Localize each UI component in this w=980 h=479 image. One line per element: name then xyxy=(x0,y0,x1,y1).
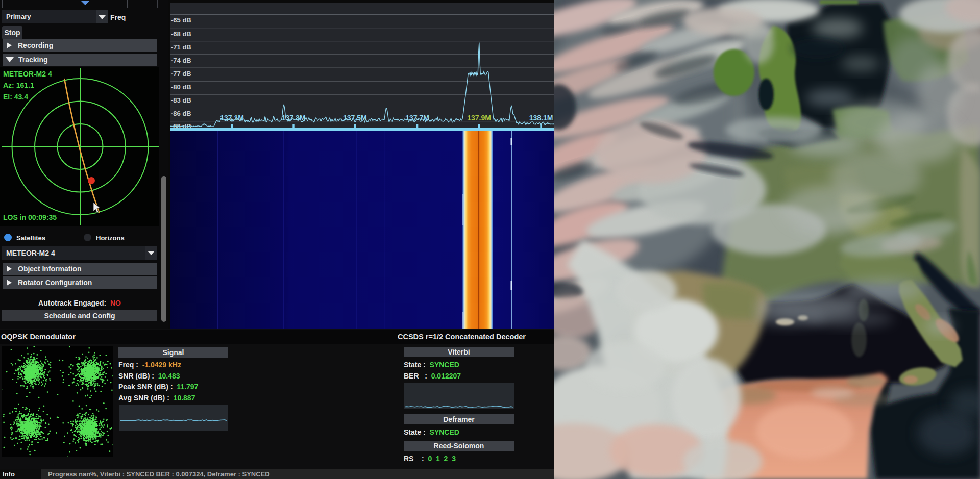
svg-text:LOS in 00:09:35: LOS in 00:09:35 xyxy=(3,213,57,221)
svg-text:-80 dB: -80 dB xyxy=(171,83,191,91)
svg-text:El: 43.4: El: 43.4 xyxy=(3,93,28,101)
svg-text:137.9M: 137.9M xyxy=(467,114,491,122)
svg-text:-68 dB: -68 dB xyxy=(171,30,191,38)
svg-text:-83 dB: -83 dB xyxy=(171,96,191,104)
svg-text:-74 dB: -74 dB xyxy=(171,57,191,64)
svg-text:-77 dB: -77 dB xyxy=(171,70,191,78)
svg-text:-65 dB: -65 dB xyxy=(171,16,191,24)
svg-text:Az: 161.1: Az: 161.1 xyxy=(3,81,34,89)
svg-text:138.1M: 138.1M xyxy=(529,114,553,122)
svg-text:METEOR-M2 4: METEOR-M2 4 xyxy=(3,70,52,78)
svg-text:-71 dB: -71 dB xyxy=(171,43,191,51)
svg-text:-86 dB: -86 dB xyxy=(171,110,191,117)
